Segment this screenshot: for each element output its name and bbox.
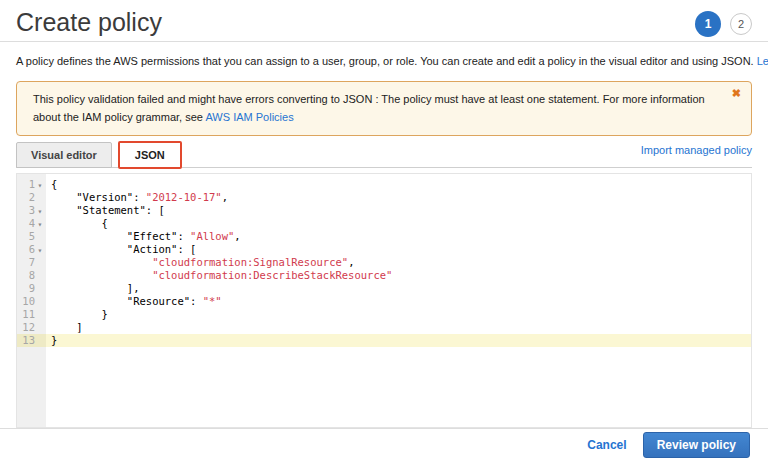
editor-line[interactable]: 5 "Effect": "Allow", — [17, 230, 751, 243]
editor-line[interactable]: 11 } — [17, 308, 751, 321]
step-circle-2: 2 — [730, 13, 752, 35]
editor-line[interactable]: 7 "cloudformation:SignalResource", — [17, 256, 751, 269]
code-text: ], — [46, 282, 140, 295]
annotation-highlight-box: JSON — [118, 141, 182, 169]
code-text: { — [46, 217, 108, 230]
editor-line[interactable]: 3▾ "Statement": [ — [17, 204, 751, 217]
editor-lines: 1▾{2 "Version": "2012-10-17",3▾ "Stateme… — [17, 174, 751, 347]
code-text: ] — [46, 321, 83, 334]
review-policy-button[interactable]: Review policy — [643, 432, 750, 458]
code-text: "cloudformation:DescribeStackResource" — [46, 269, 392, 282]
page-title: Create policy — [16, 8, 162, 37]
tab-bar: Visual editor JSON Import managed policy — [16, 142, 752, 168]
line-number: 6▾ — [17, 243, 46, 256]
line-number: 5 — [17, 230, 46, 243]
code-text: "Statement": [ — [46, 204, 165, 217]
editor-line[interactable]: 4▾ { — [17, 217, 751, 230]
tab-visual-editor-label: Visual editor — [31, 149, 97, 161]
json-policy-editor[interactable]: 1▾{2 "Version": "2012-10-17",3▾ "Stateme… — [16, 173, 752, 428]
tab-json[interactable]: JSON — [120, 143, 180, 167]
code-text: "cloudformation:SignalResource", — [46, 256, 354, 269]
tab-visual-editor[interactable]: Visual editor — [16, 142, 112, 168]
editor-line[interactable]: 13} — [17, 334, 751, 347]
code-text: "Resource": "*" — [46, 295, 222, 308]
intro-text: A policy defines the AWS permissions tha… — [16, 55, 752, 67]
line-number: 4▾ — [17, 217, 46, 230]
line-number: 2 — [17, 191, 46, 204]
tab-json-label: JSON — [135, 149, 165, 161]
aws-iam-policies-link[interactable]: AWS IAM Policies — [205, 111, 293, 123]
code-text: { — [46, 178, 57, 191]
code-text: "Effect": "Allow", — [46, 230, 241, 243]
line-number: 9 — [17, 282, 46, 295]
code-text: "Version": "2012-10-17", — [46, 191, 228, 204]
line-number: 8 — [17, 269, 46, 282]
editor-line[interactable]: 9 ], — [17, 282, 751, 295]
line-number: 7 — [17, 256, 46, 269]
editor-line[interactable]: 6▾ "Action": [ — [17, 243, 751, 256]
line-number: 13 — [17, 334, 46, 347]
line-number: 1▾ — [17, 178, 46, 191]
validation-warning-banner: This policy validation failed and might … — [16, 81, 752, 136]
warning-text: This policy validation failed and might … — [33, 93, 705, 123]
editor-line[interactable]: 10 "Resource": "*" — [17, 295, 751, 308]
code-text: } — [46, 334, 57, 347]
step-circle-1: 1 — [695, 11, 721, 37]
learn-more-link[interactable]: Learn more — [757, 55, 768, 67]
line-number: 3▾ — [17, 204, 46, 217]
line-number: 11 — [17, 308, 46, 321]
line-number: 10 — [17, 295, 46, 308]
step-indicator: 12 — [695, 11, 752, 37]
editor-line[interactable]: 2 "Version": "2012-10-17", — [17, 191, 751, 204]
import-managed-policy-link[interactable]: Import managed policy — [641, 144, 752, 156]
line-number: 12 — [17, 321, 46, 334]
editor-line[interactable]: 8 "cloudformation:DescribeStackResource" — [17, 269, 751, 282]
code-text: "Action": [ — [46, 243, 196, 256]
close-icon[interactable]: ✖ — [732, 88, 741, 99]
page-header: Create policy 12 — [0, 0, 768, 42]
footer-bar: Cancel Review policy — [0, 428, 768, 461]
intro-description: A policy defines the AWS permissions tha… — [16, 55, 757, 67]
editor-line[interactable]: 1▾{ — [17, 178, 751, 191]
editor-line[interactable]: 12 ] — [17, 321, 751, 334]
cancel-button[interactable]: Cancel — [587, 438, 626, 452]
code-text: } — [46, 308, 108, 321]
